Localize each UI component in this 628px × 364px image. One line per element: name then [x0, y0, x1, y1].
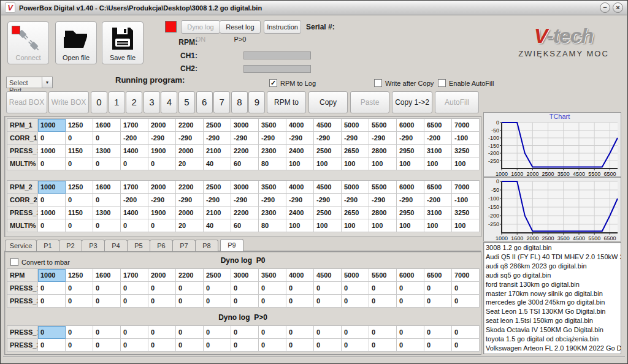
- table-cell[interactable]: -200: [121, 194, 148, 207]
- table-cell[interactable]: 0: [314, 295, 342, 308]
- table-cell[interactable]: 0: [342, 282, 369, 295]
- table-cell[interactable]: -290: [369, 194, 397, 207]
- select-port-combobox[interactable]: Select Port ▼: [6, 77, 53, 88]
- table-cell[interactable]: 100: [342, 219, 369, 232]
- table-cell[interactable]: 0: [121, 157, 148, 170]
- table-cell[interactable]: -290: [314, 132, 342, 145]
- table-cell[interactable]: 6000: [397, 181, 424, 194]
- table-cell[interactable]: 0: [342, 339, 369, 352]
- table-cell[interactable]: 2200: [231, 207, 259, 219]
- table-cell[interactable]: 0: [259, 282, 286, 295]
- table-cell[interactable]: 20: [176, 219, 204, 232]
- table-cell[interactable]: 0: [66, 282, 93, 295]
- tab-p1[interactable]: P1: [36, 240, 59, 251]
- table-cell[interactable]: 2300: [259, 207, 286, 219]
- table-cell[interactable]: 0: [204, 326, 231, 339]
- table-cell[interactable]: 40: [204, 157, 231, 170]
- table-cell[interactable]: 0: [66, 339, 93, 352]
- file-list-item[interactable]: master 170km nowy silnik go digital.bin: [486, 289, 621, 298]
- table-cell[interactable]: 0: [231, 282, 259, 295]
- table-cell[interactable]: 5000: [342, 181, 369, 194]
- table-cell[interactable]: 2000: [148, 269, 176, 282]
- table-cell[interactable]: 100: [314, 219, 342, 232]
- table-cell[interactable]: 0: [369, 339, 397, 352]
- table-cell[interactable]: 0: [369, 326, 397, 339]
- table-cell[interactable]: 1000: [38, 181, 66, 194]
- table-cell[interactable]: 0: [259, 339, 286, 352]
- table-cell[interactable]: 100: [397, 219, 424, 232]
- program-digit-button-1[interactable]: 1: [109, 91, 125, 113]
- table-cell[interactable]: 0: [93, 339, 121, 352]
- enable-autofill-checkbox[interactable]: Enable AutoFill: [438, 79, 494, 87]
- table-cell[interactable]: 1000: [38, 269, 66, 282]
- table-cell[interactable]: 0: [148, 157, 176, 170]
- table-cell[interactable]: 0: [314, 282, 342, 295]
- minimize-button[interactable]: −: [600, 2, 610, 13]
- table-cell[interactable]: -290: [231, 132, 259, 145]
- table-cell[interactable]: 4500: [314, 269, 342, 282]
- table-cell[interactable]: 5500: [369, 181, 397, 194]
- autofill-button[interactable]: AutoFill: [435, 91, 479, 113]
- table-cell[interactable]: 2500: [204, 181, 231, 194]
- table-cell[interactable]: 0: [148, 326, 176, 339]
- table-cell[interactable]: 4500: [314, 181, 342, 194]
- table-cell[interactable]: 2000: [176, 145, 204, 157]
- table-cell[interactable]: 2950: [397, 207, 424, 219]
- table-cell[interactable]: 0: [66, 157, 93, 170]
- table-cell[interactable]: 0: [38, 157, 66, 170]
- table-cell[interactable]: 0: [286, 295, 314, 308]
- instruction-button[interactable]: Instruction: [264, 20, 301, 34]
- table-cell[interactable]: 100: [424, 157, 452, 170]
- table-cell[interactable]: 3100: [424, 207, 452, 219]
- table-cell[interactable]: 3000: [231, 181, 259, 194]
- table-cell[interactable]: 2000: [148, 181, 176, 194]
- table-cell[interactable]: -290: [148, 194, 176, 207]
- table-cell[interactable]: 1000: [38, 145, 66, 157]
- table-cell[interactable]: 0: [66, 219, 93, 232]
- table-cell[interactable]: 100: [452, 157, 480, 170]
- table-cell[interactable]: 0: [424, 326, 452, 339]
- table-cell[interactable]: -290: [176, 194, 204, 207]
- table-cell[interactable]: 0: [286, 339, 314, 352]
- table-cell[interactable]: 2650: [342, 207, 369, 219]
- table-cell[interactable]: 7000: [452, 269, 480, 282]
- tab-p4[interactable]: P4: [104, 240, 128, 251]
- program-digit-button-4[interactable]: 4: [161, 91, 177, 113]
- dyno-log-button[interactable]: Dyno log ON: [181, 20, 220, 34]
- table-cell[interactable]: 0: [259, 326, 286, 339]
- table-cell[interactable]: 0: [93, 157, 121, 170]
- table-cell[interactable]: 5500: [369, 119, 397, 132]
- table-cell[interactable]: 5000: [342, 119, 369, 132]
- table-cell[interactable]: 2200: [176, 269, 204, 282]
- copy-prog-button[interactable]: Copy PROG: [308, 91, 348, 113]
- file-list-item[interactable]: ford transit 130km go digital.bin: [486, 280, 621, 289]
- table-cell[interactable]: 0: [121, 326, 148, 339]
- tab-p3[interactable]: P3: [82, 240, 105, 251]
- table-cell[interactable]: 3250: [452, 207, 480, 219]
- table-cell[interactable]: 2500: [314, 207, 342, 219]
- table-cell[interactable]: 80: [259, 157, 286, 170]
- table-cell[interactable]: -290: [204, 132, 231, 145]
- table-cell[interactable]: 1000: [38, 207, 66, 219]
- table-cell[interactable]: 0: [93, 219, 121, 232]
- table-cell[interactable]: 0: [38, 132, 66, 145]
- file-list-item[interactable]: audi q8 286km 2023 go digital.bin: [486, 262, 621, 271]
- table-cell[interactable]: 1000: [38, 119, 66, 132]
- table-cell[interactable]: -290: [397, 132, 424, 145]
- tab-p8[interactable]: P8: [195, 240, 218, 251]
- program-digit-button-5[interactable]: 5: [178, 91, 195, 113]
- table-cell[interactable]: 0: [93, 194, 121, 207]
- table-cell[interactable]: 20: [176, 157, 204, 170]
- table-cell[interactable]: 100: [424, 219, 452, 232]
- table-cell[interactable]: 0: [286, 282, 314, 295]
- table-cell[interactable]: 2500: [204, 119, 231, 132]
- table-cell[interactable]: 0: [452, 326, 480, 339]
- program-digit-button-9[interactable]: 9: [248, 91, 265, 113]
- table-cell[interactable]: -290: [148, 132, 176, 145]
- table-cell[interactable]: 0: [93, 326, 121, 339]
- table-cell[interactable]: 0: [66, 295, 93, 308]
- table-cell[interactable]: 0: [121, 282, 148, 295]
- table-cell[interactable]: 0: [314, 326, 342, 339]
- table-cell[interactable]: 0: [66, 326, 93, 339]
- table-cell[interactable]: -200: [424, 194, 452, 207]
